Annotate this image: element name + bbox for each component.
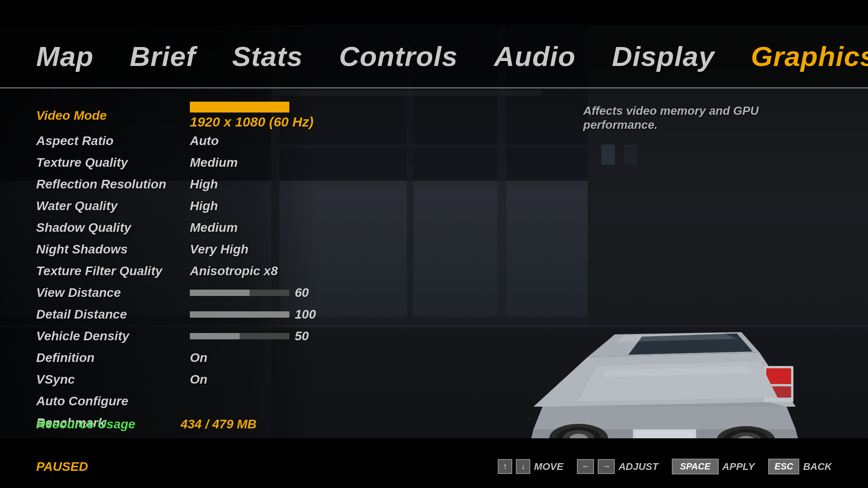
view-distance-slider-bar bbox=[190, 290, 289, 296]
water-quality-value: High bbox=[190, 199, 218, 213]
night-shadows-value: Very High bbox=[190, 242, 249, 257]
apply-label: APPLY bbox=[722, 461, 755, 473]
vsync-value: On bbox=[190, 372, 208, 387]
setting-row-vehicle-density[interactable]: Vehicle Density 50 bbox=[36, 328, 330, 345]
detail-distance-slider-bar bbox=[190, 311, 289, 318]
setting-row-video-mode[interactable]: Video Mode 868 x 488 (60 Hz) bbox=[36, 102, 330, 130]
nav-item-stats[interactable]: Stats bbox=[232, 40, 303, 72]
control-group-back: ESC BACK bbox=[768, 459, 832, 474]
settings-list: Video Mode 868 x 488 (60 Hz) Aspect Ra… bbox=[36, 102, 330, 432]
controls-right: ↑ ↓ MOVE ← → ADJUST SPACE APPLY ESC BACK bbox=[498, 459, 832, 474]
space-key: SPACE bbox=[672, 459, 718, 474]
top-bar bbox=[0, 0, 868, 25]
paused-label: PAUSED bbox=[36, 460, 88, 474]
shadow-quality-value: Medium bbox=[190, 221, 238, 235]
control-group-apply: SPACE APPLY bbox=[672, 459, 755, 474]
nav-item-controls[interactable]: Controls bbox=[339, 40, 458, 72]
nav-item-brief[interactable]: Brief bbox=[130, 40, 196, 72]
setting-row-night-shadows[interactable]: Night Shadows Very High bbox=[36, 241, 330, 258]
vehicle-density-slider-container: 50 bbox=[190, 329, 309, 343]
video-mode-bar bbox=[190, 102, 289, 113]
nav-item-display[interactable]: Display bbox=[612, 40, 715, 72]
nav-item-graphics[interactable]: Graphics bbox=[751, 40, 868, 72]
view-distance-value: 60 bbox=[295, 286, 309, 300]
texture-quality-value: Medium bbox=[190, 155, 238, 170]
definition-value: On bbox=[190, 351, 208, 365]
video-mode-col: 868 x 488 (60 Hz) bbox=[190, 102, 314, 130]
view-distance-slider-container: 60 bbox=[190, 286, 309, 300]
resource-usage-value: 434 / 479 MB bbox=[180, 417, 256, 432]
texture-quality-label: Texture Quality bbox=[36, 155, 190, 170]
auto-configure-label: Auto Configure bbox=[36, 394, 190, 408]
vehicle-density-value: 50 bbox=[295, 329, 309, 343]
water-quality-label: Water Quality bbox=[36, 199, 190, 213]
vehicle-density-fill bbox=[190, 333, 240, 339]
aspect-ratio-label: Aspect Ratio bbox=[36, 134, 190, 148]
adjust-left-key: ← bbox=[577, 459, 594, 474]
video-mode-bar-fill bbox=[190, 102, 289, 113]
controls-bar: PAUSED ↑ ↓ MOVE ← → ADJUST SPACE APPLY E… bbox=[0, 459, 868, 474]
setting-row-auto-configure[interactable]: Auto Configure bbox=[36, 393, 330, 410]
move-down-key: ↓ bbox=[516, 459, 530, 474]
view-distance-fill bbox=[190, 290, 250, 296]
texture-filter-value: Anisotropic x8 bbox=[190, 264, 278, 278]
detail-distance-label: Detail Distance bbox=[36, 307, 190, 322]
setting-row-vsync[interactable]: VSync On bbox=[36, 371, 330, 388]
nav-separator bbox=[0, 87, 868, 89]
control-group-adjust: ← → ADJUST bbox=[577, 459, 658, 474]
reflection-resolution-label: Reflection Resolution bbox=[36, 177, 190, 192]
setting-row-texture-filter[interactable]: Texture Filter Quality Anisotropic x8 bbox=[36, 263, 330, 280]
setting-row-aspect-ratio[interactable]: Aspect Ratio Auto bbox=[36, 132, 330, 150]
move-up-key: ↑ bbox=[498, 459, 512, 474]
night-shadows-label: Night Shadows bbox=[36, 242, 190, 257]
description-text: Affects video memory and GPU performance… bbox=[583, 104, 832, 132]
setting-row-definition[interactable]: Definition On bbox=[36, 349, 330, 366]
adjust-label: ADJUST bbox=[618, 461, 658, 473]
setting-row-texture-quality[interactable]: Texture Quality Medium bbox=[36, 154, 330, 171]
vsync-label: VSync bbox=[36, 372, 190, 387]
nav-item-audio[interactable]: Audio bbox=[494, 40, 576, 72]
setting-row-reflection-resolution[interactable]: Reflection Resolution High bbox=[36, 176, 330, 193]
setting-row-view-distance[interactable]: View Distance 60 bbox=[36, 284, 330, 301]
detail-distance-slider-container: 100 bbox=[190, 307, 316, 322]
reflection-resolution-value: High bbox=[190, 177, 218, 192]
video-mode-value: 868 x 488 (60 Hz) bbox=[190, 114, 314, 130]
detail-distance-fill bbox=[190, 311, 289, 318]
video-mode-label: Video Mode bbox=[36, 108, 190, 123]
move-label: MOVE bbox=[534, 461, 563, 473]
setting-row-shadow-quality[interactable]: Shadow Quality Medium bbox=[36, 219, 330, 236]
nav-item-map[interactable]: Map bbox=[36, 40, 94, 72]
detail-distance-value: 100 bbox=[295, 307, 316, 322]
texture-filter-label: Texture Filter Quality bbox=[36, 264, 190, 278]
nav-bar: Map Brief Stats Controls Audio Display G… bbox=[0, 25, 868, 88]
back-label: BACK bbox=[803, 461, 832, 473]
view-distance-label: View Distance bbox=[36, 286, 190, 300]
vehicle-density-label: Vehicle Density bbox=[36, 329, 190, 343]
aspect-ratio-value: Auto bbox=[190, 134, 219, 148]
resource-row: Resource Usage 434 / 479 MB bbox=[36, 417, 257, 432]
adjust-right-key: → bbox=[598, 459, 615, 474]
setting-row-water-quality[interactable]: Water Quality High bbox=[36, 197, 330, 215]
resource-usage-label: Resource Usage bbox=[36, 417, 135, 432]
shadow-quality-label: Shadow Quality bbox=[36, 221, 190, 235]
setting-row-detail-distance[interactable]: Detail Distance 100 bbox=[36, 306, 330, 323]
definition-label: Definition bbox=[36, 351, 190, 365]
control-group-move: ↑ ↓ MOVE bbox=[498, 459, 563, 474]
esc-key: ESC bbox=[768, 459, 799, 474]
content-area: Video Mode 868 x 488 (60 Hz) Aspect Ra… bbox=[0, 88, 868, 438]
vehicle-density-slider-bar bbox=[190, 333, 289, 339]
description-area: Affects video memory and GPU performance… bbox=[583, 104, 832, 132]
